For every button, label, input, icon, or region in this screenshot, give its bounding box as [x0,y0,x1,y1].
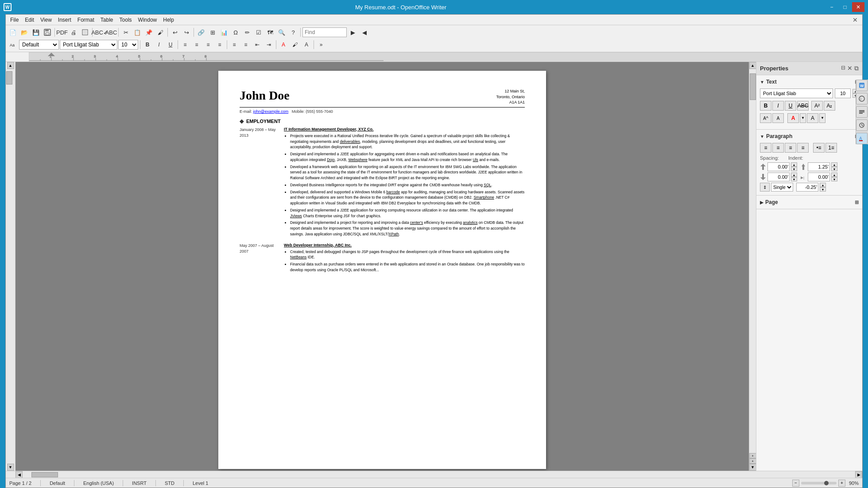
menu-close-icon[interactable]: ✕ [850,16,860,23]
h-scroll-thumb[interactable] [31,472,58,477]
para-align-left-button[interactable]: ≡ [760,143,771,153]
minimize-button[interactable]: − [825,2,838,12]
scroll-down-right-button[interactable]: ▼ [749,464,756,471]
scroll-right-button[interactable]: ▶ [855,471,862,478]
save-button[interactable]: 💾 [31,27,41,38]
align-center-button[interactable]: ≡ [191,39,202,50]
indent-left-input[interactable] [808,173,830,181]
para-unordered-list-button[interactable]: •≡ [813,143,825,153]
panel-icon-2[interactable]: i [856,93,862,104]
menu-format[interactable]: Format [75,16,97,24]
autocorrect-button[interactable]: ABC [106,27,116,38]
redo-button[interactable]: ↪ [181,27,192,38]
pdf-button[interactable]: PDF [57,27,67,38]
spacing-below-input[interactable] [767,173,790,181]
find-prev-button[interactable]: ◀ [359,27,370,38]
list-unordered-button[interactable]: ≡ [229,39,240,50]
hyperlink-button[interactable]: 🔗 [196,27,206,38]
cut-button[interactable]: ✂ [120,27,131,38]
scroll-down-left-button[interactable]: ▼ [7,464,14,471]
insert-special-button[interactable]: Ω [230,27,241,38]
align-justify-button[interactable]: ≡ [214,39,225,50]
prop-strikethrough-button[interactable]: ABC [797,101,809,111]
indent-button[interactable]: ⇥ [264,39,274,50]
spacing-above-down-button[interactable]: ▼ [791,167,797,171]
spacing-below-up-button[interactable]: ▲ [791,173,797,177]
close-button[interactable]: ✕ [852,2,864,12]
zoom-out-button[interactable]: − [792,480,799,487]
font-color-button[interactable]: A [278,39,289,50]
print-button[interactable]: 🖨 [68,27,79,38]
underline-button[interactable]: U [165,39,176,50]
paragraph-style-select[interactable]: Default [19,40,59,50]
left-scroll-thumb[interactable] [6,71,12,85]
list-ordered-button[interactable]: ≡ [240,39,251,50]
menu-window[interactable]: Window [136,16,160,24]
prop-font-color-button[interactable]: A [787,113,799,123]
menu-insert[interactable]: Insert [55,16,74,24]
table-button[interactable]: ⊞ [207,27,218,38]
find-input[interactable] [302,27,347,37]
zoom-button[interactable]: 🔍 [276,27,287,38]
prop-uppercase-button[interactable]: A^ [760,113,771,123]
scroll-expand-up-button[interactable]: + [749,453,756,458]
help-button[interactable]: ? [288,27,298,38]
spacing-above-up-button[interactable]: ▲ [791,162,797,167]
navigator-button[interactable]: 🗺 [265,27,275,38]
highlight-dropdown-button[interactable]: ▼ [819,113,825,123]
page-section-header[interactable]: ▶ Page ⊞ [756,197,862,207]
panel-close-icon[interactable]: ✕ [847,65,852,72]
styles-button[interactable]: Aa [8,39,18,50]
bold-button[interactable]: B [142,39,153,50]
copy-button[interactable]: 📋 [132,27,143,38]
italic-button[interactable]: I [154,39,164,50]
prop-italic-button[interactable]: I [772,101,784,111]
indent-right-input[interactable] [808,162,830,171]
right-scroll-thumb[interactable] [750,73,756,100]
text-section-header[interactable]: ▼ Text ⊟ [756,77,862,87]
para-align-justify-button[interactable]: ≡ [797,143,809,153]
prop-bold-button[interactable]: B [760,101,771,111]
menu-tools[interactable]: Tools [117,16,135,24]
indent-right-down-button[interactable]: ▼ [831,167,837,171]
prop-font-select[interactable]: Port Lligat Slab [760,88,833,98]
insert-mode-status[interactable]: INSRT [132,480,147,486]
clone-format-button[interactable]: 🖌 [155,27,166,38]
paragraph-section-header[interactable]: ▼ Paragraph ⊟ [756,131,862,141]
panel-icon-5[interactable]: A [856,133,862,144]
line-spacing-button[interactable]: ⇕ [760,183,770,192]
menu-view[interactable]: View [38,16,54,24]
panel-icon-3[interactable] [856,106,862,118]
maximize-button[interactable]: □ [839,2,851,12]
first-line-up-button[interactable]: ▲ [820,183,826,187]
save-as-button[interactable] [42,27,53,38]
zoom-thumb[interactable] [824,481,829,485]
scroll-left-button[interactable]: ◀ [16,471,23,478]
background-button[interactable]: A [301,39,312,50]
panel-icon-1[interactable]: W [856,80,862,91]
menu-table[interactable]: Table [98,16,116,24]
scroll-expand-down-button[interactable]: + [749,458,756,464]
menu-edit[interactable]: Edit [22,16,37,24]
highlight-button[interactable]: 🖌 [290,39,300,50]
first-line-down-button[interactable]: ▼ [820,187,826,192]
scroll-up-button[interactable]: ▲ [7,62,14,69]
spellcheck-button[interactable]: ABC✓ [94,27,105,38]
para-align-right-button[interactable]: ≡ [785,143,796,153]
undo-button[interactable]: ↩ [170,27,180,38]
para-align-center-button[interactable]: ≡ [772,143,784,153]
prop-superscript-button[interactable]: A² [811,101,823,111]
menu-file[interactable]: File [8,16,21,24]
page-section-expand[interactable]: ⊞ [855,200,859,205]
indent-left-down-button[interactable]: ▼ [831,177,837,181]
email-link[interactable]: john@example.com [253,109,289,114]
para-ordered-list-button[interactable]: 1≡ [825,143,837,153]
menu-help[interactable]: Help [160,16,177,24]
indent-left-up-button[interactable]: ▲ [831,173,837,177]
more-buttons[interactable]: » [316,39,326,50]
zoom-in-button[interactable]: + [838,480,845,487]
find-button[interactable]: ▶ [348,27,358,38]
font-size-select[interactable]: 10 [118,40,138,50]
spacing-above-input[interactable] [767,162,790,171]
prop-lowercase-button[interactable]: A [772,113,784,123]
